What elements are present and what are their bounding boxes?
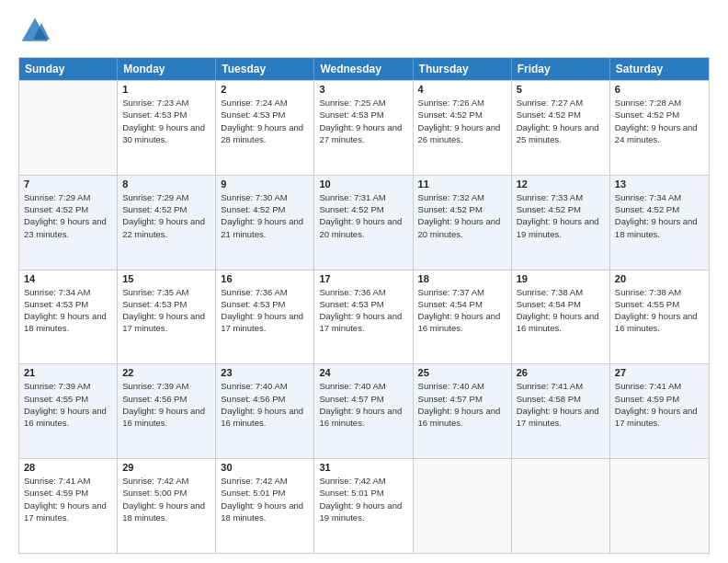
calendar-cell-w4-d6: 26Sunrise: 7:41 AM Sunset: 4:58 PM Dayli… [512,364,610,458]
calendar-cell-w2-d7: 13Sunrise: 7:34 AM Sunset: 4:52 PM Dayli… [610,176,709,270]
day-number: 19 [517,273,605,284]
day-info: Sunrise: 7:41 AM Sunset: 4:59 PM Dayligh… [24,475,112,523]
day-number: 15 [122,273,210,284]
calendar-cell-w2-d6: 12Sunrise: 7:33 AM Sunset: 4:52 PM Dayli… [512,176,610,270]
day-info: Sunrise: 7:38 AM Sunset: 4:55 PM Dayligh… [615,286,704,335]
calendar-cell-w4-d7: 27Sunrise: 7:41 AM Sunset: 4:59 PM Dayli… [610,364,709,458]
day-info: Sunrise: 7:42 AM Sunset: 5:00 PM Dayligh… [122,475,210,523]
day-info: Sunrise: 7:41 AM Sunset: 4:58 PM Dayligh… [517,380,605,429]
day-info: Sunrise: 7:23 AM Sunset: 4:53 PM Dayligh… [122,97,210,145]
day-number: 3 [319,84,407,95]
day-number: 4 [418,84,506,95]
day-number: 8 [122,178,210,190]
day-number: 29 [122,462,210,473]
day-number: 26 [517,367,605,378]
day-number: 1 [122,84,210,95]
day-info: Sunrise: 7:42 AM Sunset: 5:01 PM Dayligh… [319,475,407,523]
header-sunday: Sunday [19,58,118,80]
day-number: 6 [615,84,704,95]
calendar-cell-w3-d2: 15Sunrise: 7:35 AM Sunset: 4:53 PM Dayli… [118,270,216,364]
day-info: Sunrise: 7:29 AM Sunset: 4:52 PM Dayligh… [122,191,210,240]
calendar-cell-w3-d1: 14Sunrise: 7:34 AM Sunset: 4:53 PM Dayli… [19,270,118,364]
header-friday: Friday [512,58,610,80]
calendar-cell-w4-d5: 25Sunrise: 7:40 AM Sunset: 4:57 PM Dayli… [414,364,512,458]
day-number: 30 [221,462,309,473]
day-number: 23 [221,367,309,378]
day-number: 9 [221,178,309,190]
calendar-cell-w1-d5: 4Sunrise: 7:26 AM Sunset: 4:52 PM Daylig… [414,81,512,175]
calendar-cell-w4-d2: 22Sunrise: 7:39 AM Sunset: 4:56 PM Dayli… [118,364,216,458]
calendar-week-4: 21Sunrise: 7:39 AM Sunset: 4:55 PM Dayli… [19,363,709,458]
logo-icon [18,15,51,48]
header-tuesday: Tuesday [216,58,314,80]
day-info: Sunrise: 7:34 AM Sunset: 4:53 PM Dayligh… [24,286,112,335]
day-number: 13 [615,178,704,190]
calendar-cell-w3-d4: 17Sunrise: 7:36 AM Sunset: 4:53 PM Dayli… [314,270,413,364]
calendar-cell-w2-d2: 8Sunrise: 7:29 AM Sunset: 4:52 PM Daylig… [118,176,216,270]
day-info: Sunrise: 7:36 AM Sunset: 4:53 PM Dayligh… [221,286,309,335]
day-number: 18 [418,273,506,284]
calendar-cell-w2-d3: 9Sunrise: 7:30 AM Sunset: 4:52 PM Daylig… [216,176,314,270]
day-number: 14 [24,273,112,284]
calendar-cell-w5-d4: 31Sunrise: 7:42 AM Sunset: 5:01 PM Dayli… [314,459,413,553]
header-saturday: Saturday [610,58,709,80]
day-number: 24 [319,367,407,378]
day-number: 22 [122,367,210,378]
calendar-cell-w3-d5: 18Sunrise: 7:37 AM Sunset: 4:54 PM Dayli… [414,270,512,364]
calendar-cell-w1-d6: 5Sunrise: 7:27 AM Sunset: 4:52 PM Daylig… [512,81,610,175]
day-info: Sunrise: 7:37 AM Sunset: 4:54 PM Dayligh… [418,286,506,335]
calendar-cell-w5-d3: 30Sunrise: 7:42 AM Sunset: 5:01 PM Dayli… [216,459,314,553]
day-info: Sunrise: 7:36 AM Sunset: 4:53 PM Dayligh… [319,286,407,335]
day-info: Sunrise: 7:40 AM Sunset: 4:57 PM Dayligh… [418,380,506,429]
page: Sunday Monday Tuesday Wednesday Thursday… [0,0,728,563]
calendar-cell-w1-d4: 3Sunrise: 7:25 AM Sunset: 4:53 PM Daylig… [314,81,413,175]
calendar-week-3: 14Sunrise: 7:34 AM Sunset: 4:53 PM Dayli… [19,270,709,364]
day-number: 20 [615,273,704,284]
day-info: Sunrise: 7:29 AM Sunset: 4:52 PM Dayligh… [24,191,112,240]
day-info: Sunrise: 7:24 AM Sunset: 4:53 PM Dayligh… [221,97,309,145]
calendar-cell-w5-d5 [414,459,512,553]
header-thursday: Thursday [414,58,512,80]
header [18,15,710,48]
day-info: Sunrise: 7:31 AM Sunset: 4:52 PM Dayligh… [319,191,407,240]
calendar-cell-w3-d6: 19Sunrise: 7:38 AM Sunset: 4:54 PM Dayli… [512,270,610,364]
day-info: Sunrise: 7:42 AM Sunset: 5:01 PM Dayligh… [221,475,309,523]
day-info: Sunrise: 7:38 AM Sunset: 4:54 PM Dayligh… [517,286,605,335]
day-info: Sunrise: 7:26 AM Sunset: 4:52 PM Dayligh… [418,97,506,145]
calendar-cell-w5-d2: 29Sunrise: 7:42 AM Sunset: 5:00 PM Dayli… [118,459,216,553]
calendar-cell-w3-d7: 20Sunrise: 7:38 AM Sunset: 4:55 PM Dayli… [610,270,709,364]
day-number: 27 [615,367,704,378]
day-info: Sunrise: 7:39 AM Sunset: 4:56 PM Dayligh… [122,380,210,429]
calendar-cell-w1-d7: 6Sunrise: 7:28 AM Sunset: 4:52 PM Daylig… [610,81,709,175]
day-number: 17 [319,273,407,284]
calendar-cell-w5-d1: 28Sunrise: 7:41 AM Sunset: 4:59 PM Dayli… [19,459,118,553]
day-info: Sunrise: 7:41 AM Sunset: 4:59 PM Dayligh… [615,380,704,429]
day-info: Sunrise: 7:32 AM Sunset: 4:52 PM Dayligh… [418,191,506,240]
day-number: 31 [319,462,407,473]
logo [18,15,55,48]
calendar-cell-w4-d4: 24Sunrise: 7:40 AM Sunset: 4:57 PM Dayli… [314,364,413,458]
calendar-header: Sunday Monday Tuesday Wednesday Thursday… [19,58,709,80]
day-number: 25 [418,367,506,378]
calendar-cell-w1-d3: 2Sunrise: 7:24 AM Sunset: 4:53 PM Daylig… [216,81,314,175]
day-number: 12 [517,178,605,190]
calendar-cell-w3-d3: 16Sunrise: 7:36 AM Sunset: 4:53 PM Dayli… [216,270,314,364]
day-number: 16 [221,273,309,284]
calendar-cell-w5-d7 [610,459,709,553]
calendar-cell-w2-d1: 7Sunrise: 7:29 AM Sunset: 4:52 PM Daylig… [19,176,118,270]
day-number: 28 [24,462,112,473]
calendar-cell-w4-d3: 23Sunrise: 7:40 AM Sunset: 4:56 PM Dayli… [216,364,314,458]
calendar-cell-w2-d5: 11Sunrise: 7:32 AM Sunset: 4:52 PM Dayli… [414,176,512,270]
day-info: Sunrise: 7:40 AM Sunset: 4:56 PM Dayligh… [221,380,309,429]
calendar-cell-w1-d1 [19,81,118,175]
day-number: 10 [319,178,407,190]
header-monday: Monday [118,58,216,80]
calendar-body: 1Sunrise: 7:23 AM Sunset: 4:53 PM Daylig… [19,80,709,553]
day-number: 11 [418,178,506,190]
day-number: 7 [24,178,112,190]
calendar: Sunday Monday Tuesday Wednesday Thursday… [18,57,710,554]
calendar-week-5: 28Sunrise: 7:41 AM Sunset: 4:59 PM Dayli… [19,458,709,553]
day-info: Sunrise: 7:39 AM Sunset: 4:55 PM Dayligh… [24,380,112,429]
calendar-cell-w5-d6 [512,459,610,553]
day-info: Sunrise: 7:33 AM Sunset: 4:52 PM Dayligh… [517,191,605,240]
